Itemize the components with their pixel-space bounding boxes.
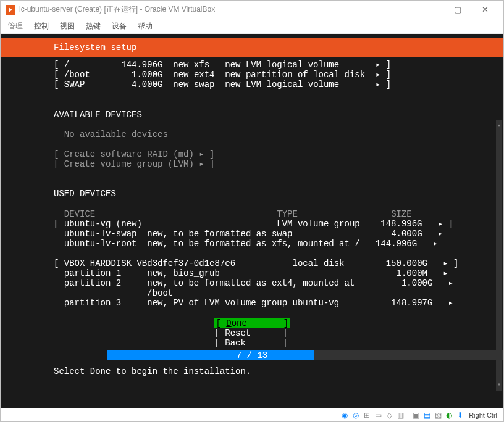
fs-row[interactable]: [ SWAP 4.000G new swap new LVM logical v… [1, 80, 503, 89]
hint-text: Select Done to begin the installation. [1, 360, 503, 383]
window-controls: — ▢ ✕ [417, 1, 498, 19]
network-icon[interactable]: ▥ [395, 410, 405, 420]
fs-row[interactable]: [ /boot 1.000G new ext4 new partition of… [1, 70, 503, 80]
menu-control[interactable]: 控制 [34, 21, 49, 31]
create-raid-option[interactable]: [ Create software RAID (md) ▸ ] [1, 149, 503, 159]
menu-hotkey[interactable]: 热键 [86, 21, 101, 31]
used-row-part-cont: /boot [1, 288, 503, 298]
window-titlebar: lc-ubuntu-server (Create) [正在运行] - Oracl… [1, 1, 503, 19]
app-icon [6, 5, 15, 15]
mouse-integration-icon[interactable]: ◐ [444, 410, 454, 420]
vm-statusbar: ◉ ◎ ⊞ ▭ ◇ ▥ ▣ ▤ ▧ ◐ ⬇ Right Ctrl [1, 408, 503, 421]
reset-button[interactable]: [ Reset ] [1, 328, 503, 338]
optical-icon[interactable]: ◎ [351, 410, 361, 420]
used-devices-heading: USED DEVICES [1, 189, 503, 199]
scroll-up-icon[interactable]: ▴ [496, 122, 502, 130]
used-row-part[interactable]: partition 3 new, PV of LVM volume group … [1, 298, 503, 308]
progress-text: 7 / 13 [1, 350, 503, 360]
used-row-disk[interactable]: [ VBOX_HARDDISK_VBd3dfef37-0d1e87e6 loca… [1, 259, 503, 268]
audio-icon[interactable]: ◇ [384, 410, 394, 420]
floppy-icon[interactable]: ▭ [373, 410, 383, 420]
virtualbox-window: lc-ubuntu-server (Create) [正在运行] - Oracl… [0, 0, 504, 422]
keyboard-capture-icon[interactable]: ⬇ [455, 410, 465, 420]
installer-body: ▴ ▾ [ / 144.996G new xfs new LVM logical… [1, 57, 503, 408]
menu-help[interactable]: 帮助 [138, 21, 153, 31]
progress-row: 7 / 13 [1, 350, 503, 360]
hdd-icon[interactable]: ◉ [340, 410, 350, 420]
statusbar-separator [408, 411, 408, 420]
host-key-indicator: Right Ctrl [466, 412, 500, 419]
back-button[interactable]: [ Back ] [1, 338, 503, 348]
fs-row[interactable]: [ / 144.996G new xfs new LVM logical vol… [1, 60, 503, 70]
done-button[interactable]: [ Done ] [1, 318, 503, 328]
menu-devices[interactable]: 设备 [112, 21, 127, 31]
available-devices-heading: AVAILABLE DEVICES [1, 110, 503, 120]
used-row-part[interactable]: partition 2 new, to be formatted as ext4… [1, 278, 503, 288]
record-icon[interactable]: ▧ [433, 410, 443, 420]
display-icon[interactable]: ▤ [422, 410, 432, 420]
window-title: lc-ubuntu-server (Create) [正在运行] - Oracl… [19, 4, 417, 15]
used-row-vg[interactable]: [ ubuntu-vg (new) LVM volume group 148.9… [1, 219, 503, 229]
maximize-button[interactable]: ▢ [444, 1, 471, 19]
vm-display[interactable]: Filesystem setup ▴ ▾ [ / 144.996G new xf… [1, 34, 503, 408]
used-row-part[interactable]: partition 1 new, bios_grub 1.000M ▸ [1, 268, 503, 278]
menu-manage[interactable]: 管理 [8, 21, 23, 31]
used-row-lv[interactable]: ubuntu-lv-root new, to be formatted as x… [1, 239, 503, 249]
shared-folder-icon[interactable]: ▣ [411, 410, 421, 420]
menu-bar: 管理 控制 视图 热键 设备 帮助 [1, 19, 503, 34]
installer-header: Filesystem setup [1, 38, 503, 57]
close-button[interactable]: ✕ [471, 1, 498, 19]
create-vg-option[interactable]: [ Create volume group (LVM) ▸ ] [1, 159, 503, 169]
used-columns: DEVICE TYPE SIZE [1, 209, 503, 219]
scroll-down-icon[interactable]: ▾ [496, 381, 502, 389]
no-available-devices: No available devices [1, 130, 503, 139]
minimize-button[interactable]: — [417, 1, 444, 19]
usb-icon[interactable]: ⊞ [362, 410, 372, 420]
menu-view[interactable]: 视图 [60, 21, 75, 31]
used-row-lv[interactable]: ubuntu-lv-swap new, to be formatted as s… [1, 229, 503, 239]
